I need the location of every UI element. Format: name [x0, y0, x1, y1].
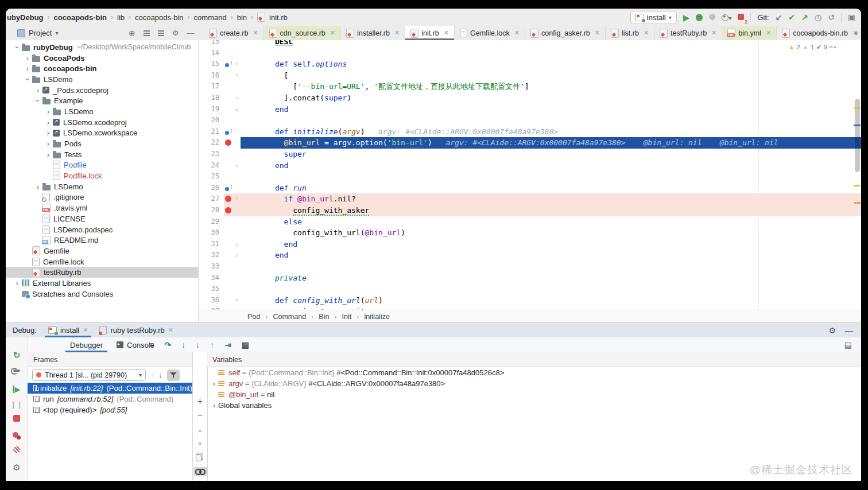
close-icon[interactable]: ✕: [83, 326, 88, 334]
stack-frame[interactable]: run[command.rb:52](Pod::Command): [28, 394, 192, 405]
fold-marker-icon[interactable]: ▵: [235, 92, 238, 104]
close-icon[interactable]: ✕: [253, 29, 258, 37]
breadcrumb-item[interactable]: cocoapods-bin: [135, 13, 184, 22]
stripe-mark-warning[interactable]: [854, 185, 861, 186]
tree-item[interactable]: ›_Pods.xcodeproj: [6, 85, 198, 96]
tree-item[interactable]: ›LSDemo.xcworkspace: [6, 128, 198, 139]
breadcrumb-item[interactable]: cocoapods-bin: [54, 13, 107, 22]
tree-item[interactable]: ›External Libraries: [6, 278, 198, 289]
close-icon[interactable]: ✕: [394, 29, 400, 37]
breadcrumb-item[interactable]: Init: [342, 313, 352, 321]
close-icon[interactable]: ✕: [644, 29, 649, 37]
stop-button[interactable]: 2: [738, 12, 744, 22]
close-icon[interactable]: ✕: [595, 29, 600, 37]
editor-tab[interactable]: Gemfile.lock✕: [455, 26, 525, 40]
previous-frame-icon[interactable]: ↑: [150, 371, 154, 379]
tree-item[interactable]: LICENSE: [6, 213, 198, 224]
variable-row[interactable]: self = {Pod::Command::Bin::Init} #<Pod::…: [207, 367, 861, 378]
debug-session-tab[interactable]: install✕: [42, 323, 94, 337]
hide-panel-icon[interactable]: —: [187, 29, 194, 37]
close-icon[interactable]: ✕: [444, 29, 449, 37]
tree-item[interactable]: ›rubyDebug~/Desktop/WorkSpace/mobileCI/r…: [6, 42, 198, 53]
method-marker-icon[interactable]: [225, 129, 233, 137]
editor-tab[interactable]: create.rb✕: [204, 26, 264, 40]
fold-marker-icon[interactable]: ▵: [235, 239, 238, 250]
profiler-button[interactable]: ▾: [722, 12, 731, 22]
stripe-mark-caret[interactable]: [854, 125, 861, 126]
run-config-selector[interactable]: install ▾: [630, 11, 677, 24]
tab-list-icon[interactable]: ▾: [854, 30, 858, 37]
chevron-icon[interactable]: ›: [44, 139, 53, 148]
resume-program-icon[interactable]: ▶: [13, 386, 21, 393]
debug-gear-icon[interactable]: ⚙: [13, 462, 20, 473]
inspections-widget[interactable]: ▲2 ▲1 ✔9 › ›: [789, 43, 836, 51]
method-marker-icon[interactable]: [225, 185, 233, 193]
tree-item[interactable]: Gemfile.lock: [6, 256, 198, 267]
locate-file-icon[interactable]: ⊕: [129, 29, 135, 38]
run-button[interactable]: ▶: [683, 13, 690, 22]
editor-scrollbar[interactable]: [855, 99, 860, 172]
tree-item[interactable]: ›Example: [6, 95, 198, 106]
debug-session-tab[interactable]: ruby testRuby.rb✕: [94, 323, 179, 337]
breadcrumb-item[interactable]: initialize: [364, 313, 389, 321]
fold-marker-icon[interactable]: ▿: [235, 193, 238, 205]
stop-process-icon[interactable]: [13, 415, 20, 422]
edit-configuration-icon[interactable]: [13, 370, 20, 372]
fold-marker-icon[interactable]: ▵: [235, 250, 238, 261]
editor-tab[interactable]: cdn_source.rb✕: [264, 26, 341, 40]
chevron-icon[interactable]: ›: [210, 380, 218, 388]
git-update-icon[interactable]: ↙: [776, 13, 782, 21]
fold-marker-icon[interactable]: ▵: [235, 104, 238, 115]
variable-row[interactable]: ›argv = {CLAide::ARGV} #<CLAide::ARGV:0x…: [207, 378, 861, 389]
breakpoint-icon[interactable]: [225, 207, 231, 213]
breadcrumb-item[interactable]: Bin: [319, 313, 329, 321]
chevron-icon[interactable]: ›: [24, 75, 32, 84]
tree-item[interactable]: ›LSDemo: [6, 74, 198, 85]
editor-tab[interactable]: config_asker.rb✕: [525, 26, 606, 40]
editor-tab[interactable]: bin.yml✕: [722, 26, 777, 40]
close-icon[interactable]: ✕: [711, 29, 716, 37]
git-push-icon[interactable]: ↗: [801, 13, 808, 21]
tree-item[interactable]: .gitignore: [6, 192, 198, 203]
tree-item[interactable]: ›LSDemo.xcodeproj: [6, 117, 198, 128]
thread-selector[interactable]: Thread 1 [sl... (pid 29790) ▾: [32, 369, 146, 381]
chevron-icon[interactable]: ›: [44, 129, 53, 137]
tree-item[interactable]: ›LSDemo: [6, 106, 198, 117]
chevron-icon[interactable]: ›: [33, 182, 42, 191]
chevron-icon[interactable]: ›: [33, 86, 42, 95]
show-watches-icon[interactable]: [193, 467, 207, 476]
history-icon[interactable]: ◷: [815, 13, 822, 21]
evaluate-expression-icon[interactable]: ▦: [242, 340, 249, 349]
chevron-icon[interactable]: ›: [44, 107, 53, 116]
editor-tab[interactable]: testRuby.rb✕: [654, 26, 722, 40]
editor-tab[interactable]: list.rb✕: [606, 26, 654, 40]
tree-item[interactable]: ›CocoaPods: [6, 53, 198, 64]
breadcrumb-item[interactable]: Command: [273, 313, 306, 321]
pause-program-icon[interactable]: ❘❘: [10, 400, 23, 409]
add-watch-icon[interactable]: +: [197, 397, 203, 406]
tree-item[interactable]: testRuby.rb: [6, 267, 198, 278]
minimize-panel-icon[interactable]: —: [845, 326, 853, 335]
fold-marker-icon[interactable]: ▿: [235, 59, 238, 70]
step-over-icon[interactable]: ↷: [164, 340, 171, 349]
expand-all-icon[interactable]: [158, 30, 164, 36]
panel-settings-icon[interactable]: ⚙: [172, 29, 179, 37]
tree-item[interactable]: Scratches and Consoles: [6, 289, 198, 300]
chevron-icon[interactable]: ›: [34, 96, 42, 106]
stack-frame[interactable]: initialize[init.rb:22](Pod::Command::Bin…: [28, 383, 192, 394]
remove-watch-icon[interactable]: −: [197, 411, 203, 420]
move-up-icon[interactable]: ▲: [197, 427, 203, 433]
breadcrumb-item[interactable]: init.rb: [269, 13, 288, 22]
tree-item[interactable]: ›LSDemo: [6, 181, 198, 192]
tree-item[interactable]: ›cocoapods-bin: [6, 63, 198, 74]
breakpoint-icon[interactable]: [225, 139, 231, 146]
git-commit-icon[interactable]: ✔: [788, 13, 795, 21]
run-to-cursor-icon[interactable]: ⇥: [224, 340, 231, 349]
variable-row[interactable]: ›Global variables: [207, 400, 861, 411]
chevron-icon[interactable]: ›: [23, 54, 32, 63]
debug-settings-icon[interactable]: ⚙: [828, 326, 836, 335]
hide-library-frames-icon[interactable]: [167, 370, 180, 381]
rerun-icon[interactable]: ↻: [13, 350, 21, 360]
method-marker-icon[interactable]: [225, 61, 233, 69]
breadcrumb-item[interactable]: command: [194, 13, 227, 22]
